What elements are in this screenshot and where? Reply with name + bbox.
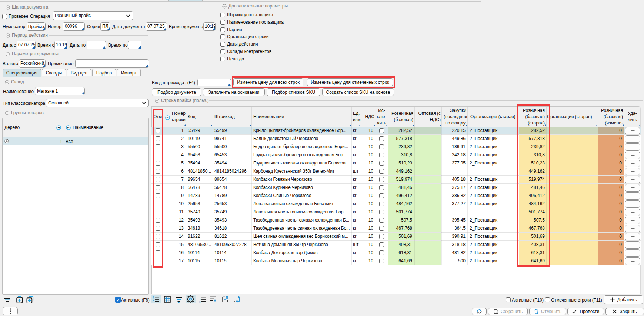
svg-text:3: 3 <box>199 301 201 303</box>
